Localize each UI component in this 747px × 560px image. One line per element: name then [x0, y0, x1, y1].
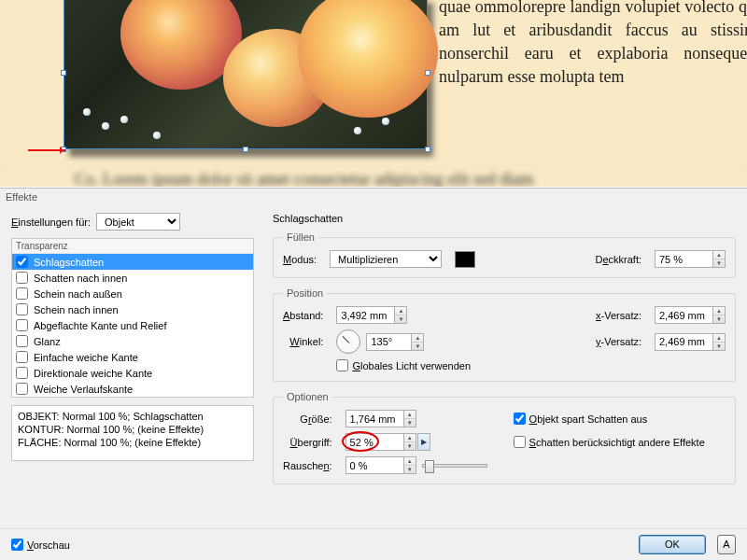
dialog-left-column: Einstellungen für: Objekt Transparenz Sc… [11, 213, 254, 526]
spin-up-icon[interactable]: ▲ [404, 434, 416, 442]
size-label: Größe: [283, 413, 332, 425]
settings-for-label: Einstellungen für: [11, 217, 91, 228]
effect-checkbox[interactable] [16, 367, 28, 379]
effect-checkbox[interactable] [16, 287, 28, 300]
effect-item[interactable]: Schein nach innen [12, 301, 253, 317]
spread-spinner[interactable]: ▲▼ [345, 433, 416, 451]
global-light-checkbox[interactable] [336, 359, 348, 371]
spin-down-icon[interactable]: ▼ [404, 419, 416, 427]
selection-handle[interactable] [61, 70, 66, 76]
body-text: quae ommolorepre landign volupiet volect… [439, 0, 747, 89]
effect-label: Abgeflachte Kante und Relief [34, 320, 167, 331]
position-group: Position Abstand: ▲▼ x-Versatz: ▲▼ Winke… [273, 287, 736, 382]
effects-list: Transparenz SchlagschattenSchatten nach … [11, 238, 254, 398]
effect-checkbox[interactable] [16, 351, 28, 363]
crystal-graphic [102, 122, 109, 130]
effect-checkbox[interactable] [16, 256, 28, 268]
dialog-title: Effekte [0, 189, 747, 205]
spin-down-icon[interactable]: ▼ [412, 343, 423, 350]
yoffset-input[interactable] [655, 333, 712, 351]
angle-dial[interactable] [336, 329, 360, 354]
yoffset-spinner[interactable]: ▲▼ [655, 333, 726, 351]
spin-down-icon[interactable]: ▼ [404, 466, 416, 473]
size-spinner[interactable]: ▲▼ [345, 410, 487, 427]
selection-handle[interactable] [425, 70, 430, 76]
options-legend: Optionen [283, 391, 332, 402]
effect-item[interactable]: Glanz [12, 333, 253, 349]
distance-input[interactable] [336, 306, 394, 324]
effect-checkbox[interactable] [16, 335, 28, 347]
effect-label: Einfache weiche Kante [34, 352, 138, 363]
document-canvas: quae ommolorepre landign volupiet volect… [0, 0, 747, 187]
ok-button[interactable]: OK [639, 535, 706, 554]
dialog-right-column: Schlagschatten Füllen Modus: Multiplizie… [273, 213, 736, 526]
cancel-button[interactable]: A [717, 535, 736, 554]
effect-label: Schein nach innen [34, 304, 119, 315]
spin-up-icon[interactable]: ▲ [713, 334, 725, 343]
preview-label: Vorschau [27, 539, 70, 551]
selected-image-frame[interactable] [63, 0, 428, 149]
effect-checkbox[interactable] [16, 303, 28, 315]
effect-checkbox[interactable] [16, 272, 28, 284]
mode-select[interactable]: Multiplizieren [330, 250, 442, 268]
yoffset-label: y-Versatz: [596, 336, 641, 347]
spin-down-icon[interactable]: ▼ [395, 315, 406, 323]
selection-handle[interactable] [243, 147, 248, 152]
size-input[interactable] [345, 410, 403, 427]
opacity-input[interactable] [655, 250, 712, 268]
angle-input[interactable] [366, 333, 411, 351]
spin-up-icon[interactable]: ▲ [713, 307, 725, 315]
effect-item[interactable]: Direktionale weiche Kante [12, 365, 253, 381]
effect-item[interactable]: Schatten nach innen [12, 270, 253, 286]
noise-slider[interactable] [422, 464, 487, 468]
effects-summary: OBJEKT: Normal 100 %; SchlagschattenKONT… [11, 405, 254, 461]
effects-list-header: Transparenz [12, 239, 253, 254]
effect-label: Schlagschatten [34, 257, 104, 268]
effect-checkbox[interactable] [16, 383, 28, 395]
xoffset-input[interactable] [655, 306, 712, 324]
summary-line: OBJEKT: Normal 100 %; Schlagschatten [18, 410, 247, 423]
spin-down-icon[interactable]: ▼ [713, 343, 725, 350]
spin-up-icon[interactable]: ▲ [713, 251, 725, 259]
crystal-graphic [120, 116, 128, 123]
noise-input[interactable] [345, 456, 403, 474]
xoffset-spinner[interactable]: ▲▼ [655, 306, 726, 324]
honors-checkbox[interactable] [514, 436, 526, 448]
spin-up-icon[interactable]: ▲ [404, 411, 416, 419]
settings-for-select[interactable]: Objekt [96, 213, 180, 231]
distance-spinner[interactable]: ▲▼ [336, 306, 424, 324]
effect-item[interactable]: Einfache weiche Kante [12, 349, 253, 365]
spin-down-icon[interactable]: ▼ [713, 259, 725, 267]
selection-handle[interactable] [425, 147, 430, 152]
spread-flyout-button[interactable]: ▶ [417, 433, 430, 451]
knockout-checkbox[interactable] [514, 413, 526, 425]
dialog-button-row: Vorschau OK A [0, 528, 747, 560]
summary-line: FLÄCHE: Normal 100 %; (keine Effekte) [18, 436, 247, 449]
position-legend: Position [283, 287, 327, 299]
angle-spinner[interactable]: ▲▼ [366, 333, 424, 351]
spin-up-icon[interactable]: ▲ [395, 307, 406, 315]
effect-label: Schein nach außen [34, 288, 122, 300]
spin-down-icon[interactable]: ▼ [404, 442, 416, 450]
preview-checkbox[interactable] [11, 539, 23, 551]
effect-checkbox[interactable] [16, 319, 28, 331]
spin-down-icon[interactable]: ▼ [713, 315, 725, 323]
effect-item[interactable]: Weiche Verlaufskante [12, 381, 253, 397]
effect-label: Glanz [34, 336, 61, 347]
spin-up-icon[interactable]: ▲ [412, 334, 423, 343]
noise-label: Rauschen: [283, 460, 332, 471]
effect-item[interactable]: Schlagschatten [12, 254, 253, 270]
spread-input[interactable] [345, 433, 403, 451]
noise-spinner[interactable]: ▲▼ [345, 456, 416, 474]
effect-item[interactable]: Abgeflachte Kante und Relief [12, 317, 253, 333]
xoffset-label: x-Versatz: [596, 310, 641, 321]
options-group: Optionen Größe: ▲▼ Objekt spart Schatten… [273, 391, 736, 484]
opacity-spinner[interactable]: ▲▼ [655, 250, 726, 268]
annotation-arrow [28, 149, 65, 151]
color-swatch[interactable] [455, 251, 475, 268]
crystal-graphic [153, 132, 161, 139]
effect-item[interactable]: Schein nach außen [12, 286, 253, 301]
blurred-text: Co. Lorem ipsum dolor sit amet consectet… [0, 170, 747, 187]
spread-label: Übergriff: [283, 437, 332, 448]
spin-up-icon[interactable]: ▲ [404, 457, 416, 466]
